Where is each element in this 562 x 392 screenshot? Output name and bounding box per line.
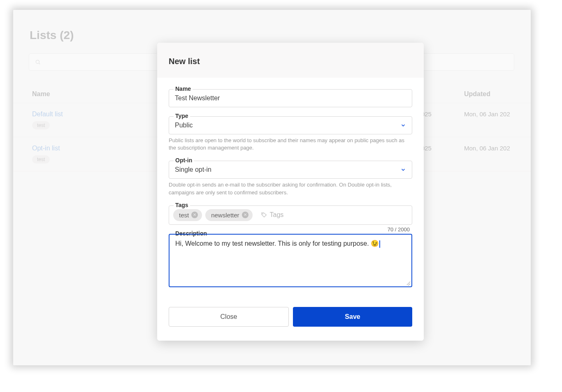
close-button[interactable]: Close — [169, 307, 289, 327]
type-helper-text: Public lists are open to the world to su… — [169, 137, 412, 152]
modal-title: New list — [157, 43, 424, 78]
name-input[interactable] — [175, 95, 406, 102]
optin-label: Opt-in — [174, 157, 194, 164]
save-button[interactable]: Save — [293, 307, 412, 327]
description-textarea[interactable]: Hi, Welcome to my test newsletter. This … — [169, 234, 412, 287]
description-value: Hi, Welcome to my test newsletter. This … — [175, 240, 379, 247]
type-field: Type Public Public lists are open to the… — [169, 116, 412, 152]
tag-icon — [261, 212, 267, 218]
tags-input[interactable]: test ✕ newsletter ✕ Tags — [169, 205, 412, 225]
resize-handle[interactable] — [405, 280, 410, 285]
modal-footer: Close Save — [169, 307, 412, 327]
page-container: Lists (2) Name ated Updated Default list… — [13, 10, 531, 365]
remove-tag-icon[interactable]: ✕ — [191, 212, 198, 218]
remove-tag-icon[interactable]: ✕ — [242, 212, 248, 218]
new-list-modal: New list Name Type Public Public lists a… — [157, 43, 424, 341]
optin-select[interactable]: Single opt-in — [169, 161, 412, 179]
tags-placeholder: Tags — [261, 211, 284, 219]
tag-pill: test ✕ — [173, 209, 202, 221]
optin-helper-text: Double opt-in sends an e-mail to the sub… — [169, 181, 412, 196]
tags-label: Tags — [174, 202, 190, 208]
description-field: 70 / 2000 Description Hi, Welcome to my … — [169, 234, 412, 287]
tags-field: Tags test ✕ newsletter ✕ Tags — [169, 205, 412, 225]
type-select[interactable]: Public — [169, 116, 412, 134]
optin-value: Single opt-in — [175, 166, 211, 173]
name-label: Name — [174, 85, 193, 92]
type-label: Type — [174, 113, 190, 119]
tag-pill: newsletter ✕ — [205, 209, 252, 221]
text-caret — [379, 240, 380, 248]
character-count: 70 / 2000 — [388, 226, 410, 233]
chevron-down-icon — [400, 167, 406, 173]
name-field: Name — [169, 89, 412, 107]
optin-field: Opt-in Single opt-in Double opt-in sends… — [169, 161, 412, 196]
type-value: Public — [175, 122, 193, 129]
svg-point-2 — [262, 214, 263, 214]
chevron-down-icon — [400, 122, 406, 128]
